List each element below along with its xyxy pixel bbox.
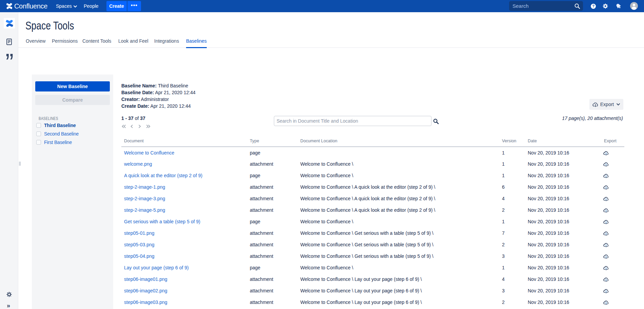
svg-text:?: ? — [592, 4, 595, 8]
